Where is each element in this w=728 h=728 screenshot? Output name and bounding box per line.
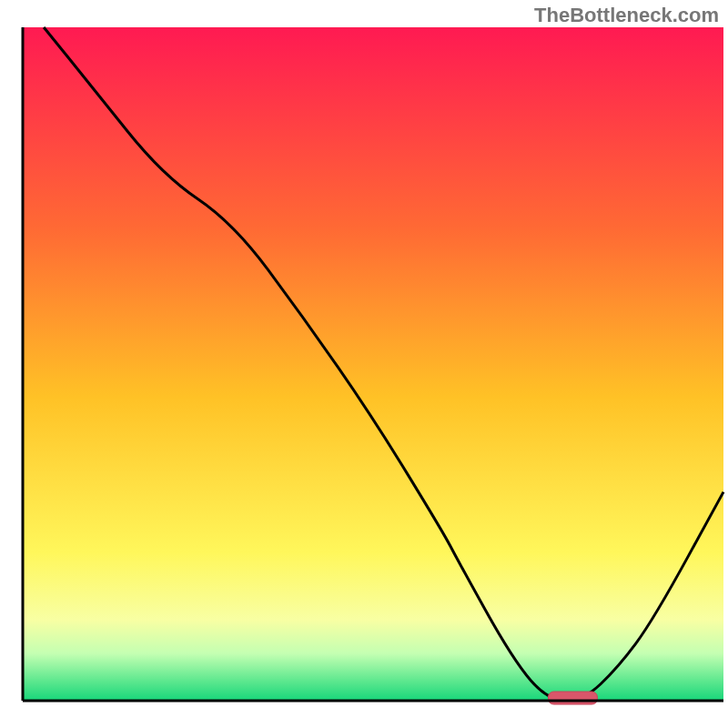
optimal-marker <box>549 692 598 704</box>
watermark-label: TheBottleneck.com <box>534 4 719 27</box>
plot-background <box>23 27 723 701</box>
bottleneck-chart <box>0 0 728 728</box>
chart-container: TheBottleneck.com <box>0 0 728 728</box>
